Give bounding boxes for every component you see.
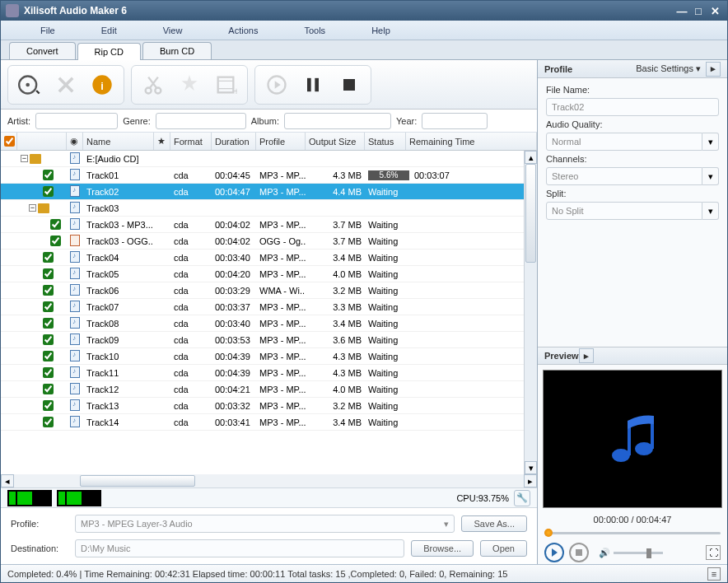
- check-all[interactable]: [4, 136, 15, 147]
- volume-knob[interactable]: [646, 548, 651, 558]
- table-row[interactable]: Track13 cda 00:03:32 MP3 - MP... 3.2 MB …: [1, 398, 524, 414]
- tab-rip-cd[interactable]: Rip CD: [77, 43, 141, 60]
- split-select[interactable]: No Split: [546, 202, 702, 220]
- year-input[interactable]: [422, 113, 488, 129]
- rip-button[interactable]: [262, 70, 292, 100]
- album-input[interactable]: [284, 113, 391, 129]
- row-check[interactable]: [43, 334, 54, 345]
- row-check[interactable]: [43, 268, 54, 279]
- disc-button[interactable]: [15, 70, 44, 100]
- table-row[interactable]: Track14 cda 00:03:41 MP3 - MP... 3.4 MB …: [1, 414, 524, 431]
- maximize-button[interactable]: □: [691, 4, 706, 17]
- row-check[interactable]: [43, 170, 54, 180]
- row-check[interactable]: [43, 186, 54, 197]
- minimize-button[interactable]: —: [674, 4, 689, 17]
- saveas-button[interactable]: Save As...: [461, 515, 527, 532]
- table-row[interactable]: Track10 cda 00:04:39 MP3 - MP... 4.3 MB …: [1, 348, 524, 365]
- tab-convert[interactable]: Convert: [9, 42, 76, 59]
- clip-button[interactable]: +: [211, 70, 240, 100]
- collapse-icon[interactable]: −: [21, 155, 28, 162]
- channels-select[interactable]: Stereo: [546, 167, 702, 185]
- table-row[interactable]: Track11 cda 00:04:39 MP3 - MP... 4.3 MB …: [1, 365, 524, 381]
- settings-wrench-button[interactable]: 🔧: [514, 490, 530, 506]
- header-format[interactable]: Format: [170, 133, 212, 150]
- menu-file[interactable]: File: [17, 26, 78, 35]
- table-row[interactable]: Track05 cda 00:04:20 MP3 - MP... 4.0 MB …: [1, 266, 524, 282]
- table-row[interactable]: Track01 cda 00:04:45 MP3 - MP... 4.3 MB …: [1, 167, 524, 184]
- menu-help[interactable]: Help: [348, 26, 413, 35]
- table-row[interactable]: Track03 - OGG... cda 00:04:02 OGG - Og..…: [1, 233, 524, 250]
- filename-input[interactable]: [546, 98, 719, 116]
- row-check[interactable]: [43, 351, 54, 361]
- volume-slider[interactable]: [614, 552, 663, 554]
- table-row[interactable]: Track04 cda 00:03:40 MP3 - MP... 3.4 MB …: [1, 250, 524, 266]
- slider-knob[interactable]: [544, 529, 553, 537]
- row-check[interactable]: [43, 301, 54, 312]
- artist-input[interactable]: [35, 113, 118, 129]
- scroll-right-icon[interactable]: ▸: [524, 474, 537, 487]
- scroll-up-icon[interactable]: ▴: [525, 151, 537, 164]
- menu-edit[interactable]: Edit: [78, 26, 140, 35]
- scroll-left-icon[interactable]: ◂: [1, 474, 14, 487]
- basic-settings-dropdown[interactable]: Basic Settings ▾: [636, 63, 701, 74]
- cut-button[interactable]: [138, 70, 168, 100]
- horizontal-scrollbar[interactable]: ◂ ▸: [1, 474, 537, 487]
- snapshot-button[interactable]: ⛶: [706, 545, 721, 560]
- header-outputsize[interactable]: Output Size: [306, 133, 365, 150]
- expand-panel-icon[interactable]: ▸: [706, 62, 721, 77]
- quality-select[interactable]: Normal: [546, 133, 702, 151]
- channels-dropdown-icon[interactable]: ▾: [702, 167, 719, 185]
- delete-button[interactable]: [51, 70, 81, 100]
- row-check[interactable]: [43, 417, 54, 427]
- vscroll-thumb[interactable]: [525, 164, 536, 263]
- table-row[interactable]: Track09 cda 00:03:53 MP3 - MP... 3.6 MB …: [1, 332, 524, 348]
- row-check[interactable]: [43, 367, 54, 378]
- row-check[interactable]: [43, 384, 54, 394]
- root-row[interactable]: − E:[Audio CD]: [1, 151, 524, 167]
- row-check[interactable]: [43, 400, 54, 411]
- header-name[interactable]: Name: [83, 133, 154, 150]
- profile-select[interactable]: MP3 - MPEG Layer-3 Audio▾: [75, 515, 455, 533]
- header-duration[interactable]: Duration: [212, 133, 256, 150]
- split-dropdown-icon[interactable]: ▾: [702, 202, 719, 220]
- status-icon[interactable]: ≡: [707, 567, 721, 581]
- menu-view[interactable]: View: [140, 26, 206, 35]
- header-profile[interactable]: Profile: [256, 133, 306, 150]
- pause-button[interactable]: [298, 70, 328, 100]
- table-row[interactable]: Track06 cda 00:03:29 WMA - Wi... 3.2 MB …: [1, 282, 524, 299]
- header-status[interactable]: Status: [365, 133, 406, 150]
- row-check[interactable]: [43, 285, 54, 296]
- hscroll-thumb[interactable]: [80, 475, 195, 487]
- row-check[interactable]: [50, 236, 61, 246]
- tab-burn-cd[interactable]: Burn CD: [142, 42, 212, 59]
- row-check[interactable]: [43, 318, 54, 329]
- open-button[interactable]: Open: [480, 540, 527, 557]
- table-row[interactable]: Track08 cda 00:03:40 MP3 - MP... 3.4 MB …: [1, 315, 524, 332]
- menu-tools[interactable]: Tools: [281, 26, 348, 35]
- vertical-scrollbar[interactable]: ▴ ▾: [524, 151, 537, 474]
- effects-button[interactable]: [175, 70, 204, 100]
- browse-button[interactable]: Browse...: [411, 540, 474, 557]
- info-button[interactable]: i: [87, 70, 117, 100]
- table-row[interactable]: Track02 cda 00:04:47 MP3 - MP... 4.4 MB …: [1, 184, 524, 200]
- preview-slider[interactable]: [544, 529, 721, 536]
- preview-stop-button[interactable]: [569, 543, 589, 562]
- preview-play-button[interactable]: [544, 543, 564, 562]
- table-row[interactable]: Track03 - MP3... cda 00:04:02 MP3 - MP..…: [1, 217, 524, 233]
- scroll-down-icon[interactable]: ▾: [525, 461, 537, 474]
- header-remaining[interactable]: Remaining Time: [406, 133, 537, 150]
- quality-dropdown-icon[interactable]: ▾: [702, 133, 719, 151]
- close-button[interactable]: ✕: [707, 4, 722, 17]
- row-check[interactable]: [50, 219, 61, 230]
- menu-actions[interactable]: Actions: [205, 26, 281, 35]
- destination-input[interactable]: D:\My Music: [75, 539, 404, 557]
- collapse-icon[interactable]: −: [29, 204, 36, 212]
- table-row[interactable]: Track12 cda 00:04:21 MP3 - MP... 4.0 MB …: [1, 381, 524, 398]
- table-row[interactable]: − Track03: [1, 200, 524, 217]
- table-row[interactable]: Track07 cda 00:03:37 MP3 - MP... 3.3 MB …: [1, 299, 524, 315]
- preview-expand-icon[interactable]: ▸: [579, 348, 594, 363]
- stop-button[interactable]: [334, 70, 364, 100]
- volume-icon[interactable]: 🔊: [599, 548, 610, 558]
- row-check[interactable]: [43, 252, 54, 263]
- genre-input[interactable]: [156, 113, 246, 129]
